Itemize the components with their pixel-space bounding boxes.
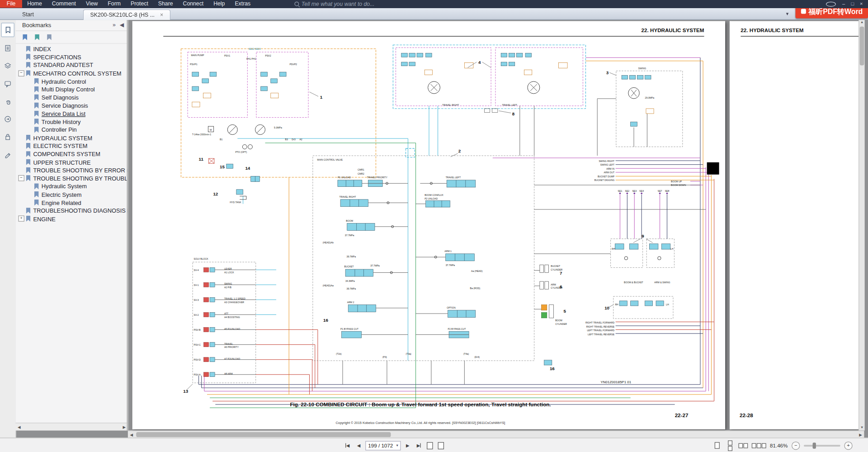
bookmark-item[interactable]: Service Diagnosis xyxy=(15,101,128,109)
bookmark-item[interactable]: Hydraulic System xyxy=(15,182,128,190)
expander-icon[interactable]: + xyxy=(18,216,24,222)
maximize-button[interactable]: □ xyxy=(848,0,857,8)
bookmarks-more-icon[interactable]: » xyxy=(113,19,116,30)
bookmark-item[interactable]: UPPER STRUCTURE xyxy=(15,158,128,166)
layers-panel-icon[interactable] xyxy=(2,59,14,72)
bookmark-item[interactable]: INDEX xyxy=(15,45,128,53)
bookmark-item[interactable]: +ENGINE xyxy=(15,214,128,223)
document-area[interactable]: MAIN PUMP PSVP1 PSV1 SE22 SE23 PH1 PH2 P… xyxy=(128,19,859,431)
scroll-down-icon[interactable]: ▼ xyxy=(859,424,864,430)
bookmark-item[interactable]: STANDARD ANDTEST xyxy=(15,61,128,69)
menu-help[interactable]: Help xyxy=(208,0,230,8)
page2-header-rule xyxy=(741,36,859,37)
scroll-right-icon[interactable]: ▶ xyxy=(857,431,864,438)
menu-extras[interactable]: Extras xyxy=(230,0,255,8)
bookmark-item[interactable]: Electric System xyxy=(15,190,128,199)
bookmark-expand-tool-icon[interactable] xyxy=(19,32,31,42)
bookmark-item-selected[interactable]: Service Data List xyxy=(15,109,128,118)
expander-icon[interactable]: − xyxy=(18,175,24,181)
continuous-view-icon[interactable] xyxy=(726,441,735,450)
menu-connect[interactable]: Connect xyxy=(178,0,209,8)
bookmark-item[interactable]: Self Diagnosis xyxy=(15,93,128,101)
bookmark-item[interactable]: Engine Related xyxy=(15,199,128,207)
zoom-out-button[interactable]: − xyxy=(792,441,800,449)
close-button[interactable]: × xyxy=(857,0,866,8)
horizontal-scroll-thumb[interactable] xyxy=(136,432,391,437)
bookmark-item[interactable]: Controller Pin xyxy=(15,126,128,134)
bookmarks-collapse-icon[interactable]: ◀ xyxy=(120,19,124,30)
diagram-label: SE7 xyxy=(658,190,662,192)
attachments-panel-icon[interactable] xyxy=(2,95,14,108)
panel-splitter[interactable] xyxy=(127,19,127,431)
menu-view[interactable]: View xyxy=(81,0,103,8)
next-view-button[interactable] xyxy=(436,441,445,450)
zoom-slider[interactable] xyxy=(804,445,840,447)
theme-icon[interactable] xyxy=(826,2,836,7)
bookmark-item[interactable]: COMPONENTS SYSTEM xyxy=(15,150,128,158)
vertical-scroll-thumb[interactable] xyxy=(860,27,864,66)
menu-comment[interactable]: Comment xyxy=(47,0,81,8)
solenoid-tag: SV-3 xyxy=(194,299,199,301)
bookmark-item[interactable]: Multi Display Control xyxy=(15,86,128,94)
diagram-label: MAIN PUMP xyxy=(191,54,204,57)
scroll-left-icon[interactable]: ◀ xyxy=(128,431,135,438)
expander-icon[interactable]: − xyxy=(18,70,24,76)
menu-home[interactable]: Home xyxy=(22,0,47,8)
bookmark-item[interactable]: Hydraulic Control xyxy=(15,77,128,86)
single-page-view-icon[interactable] xyxy=(713,441,722,450)
page1-number: 22-27 xyxy=(675,412,689,418)
continuous-facing-view-icon[interactable] xyxy=(752,441,766,450)
bookmark-item[interactable]: SPECIFICATIONS xyxy=(15,53,128,61)
pdf-page-1: MAIN PUMP PSVP1 PSV1 SE22 SE23 PH1 PH2 P… xyxy=(132,21,725,429)
bookmarks-header: Bookmarks » ◀ xyxy=(15,19,128,31)
tab-start[interactable]: Start xyxy=(15,10,40,19)
horizontal-scrollbar[interactable]: ◀ ▶ xyxy=(128,430,864,438)
facing-view-icon[interactable] xyxy=(738,441,748,450)
bookmark-item[interactable]: Trouble History xyxy=(15,118,128,126)
signature-panel-icon[interactable] xyxy=(2,148,14,161)
menu-share[interactable]: Share xyxy=(153,0,178,8)
bookmark-item[interactable]: TROUBLE SHOOTING BY ERROR CODI xyxy=(15,166,128,174)
menu-form[interactable]: Form xyxy=(103,0,126,8)
bookmark-item[interactable]: HYDRAULIC SYSTEM xyxy=(15,134,128,142)
vertical-scrollbar[interactable]: ▲ ▼ xyxy=(859,19,864,431)
bookmark-item[interactable]: −MECHATRO CONTROL SYSTEM xyxy=(15,69,128,77)
solenoid-label: LEVER xyxy=(224,267,232,270)
scroll-left-icon[interactable]: ◀ xyxy=(15,423,23,431)
destinations-panel-icon[interactable] xyxy=(2,113,14,126)
minimize-button[interactable]: – xyxy=(839,0,848,8)
page-number-input[interactable]: 199 / 1072▾ xyxy=(365,441,401,450)
solenoid-label: A8 ARM xyxy=(224,372,233,375)
zoom-in-button[interactable]: + xyxy=(844,441,852,449)
diagram-label: B1 xyxy=(220,138,222,141)
diagram-label: BOOM & BUCKET xyxy=(624,281,644,284)
file-menu[interactable]: File xyxy=(0,0,22,8)
first-page-button[interactable]: ◀ xyxy=(343,441,352,450)
zoom-slider-thumb[interactable] xyxy=(813,442,816,448)
previous-view-button[interactable] xyxy=(425,441,434,450)
bookmark-item[interactable]: ELECTRIC SYSTEM xyxy=(15,142,128,150)
bookmark-item[interactable]: −TROUBLE SHOOTING BY TROUBLE xyxy=(15,174,128,182)
bookmarks-hscrollbar[interactable]: ◀ ▶ xyxy=(15,423,128,430)
solenoid-tag: PSV-D xyxy=(194,358,201,361)
security-panel-icon[interactable] xyxy=(2,130,14,143)
comments-panel-icon[interactable] xyxy=(2,77,14,90)
last-page-button[interactable]: ▶ xyxy=(414,441,423,450)
pages-panel-icon[interactable] xyxy=(2,42,14,55)
assistant-search[interactable]: Tell me what you want to do... xyxy=(294,1,374,7)
tab-overflow-icon[interactable]: ▾ xyxy=(786,11,789,16)
prev-page-button[interactable]: ◀ xyxy=(354,441,363,450)
bookmark-locate-tool-icon[interactable] xyxy=(31,32,43,42)
tab-document[interactable]: SK200-SK210LC-8 (HS ...× xyxy=(83,10,170,20)
diagram-label: LEFT TRAVEL FORWARD xyxy=(587,329,614,332)
page-dropdown-icon[interactable]: ▾ xyxy=(396,443,398,448)
bookmarks-panel-icon[interactable] xyxy=(1,23,14,37)
bookmark-item[interactable]: TROUBLESHOOTING DIAGNOSIS MOD xyxy=(15,207,128,215)
next-page-button[interactable]: ▶ xyxy=(403,441,412,450)
tab-close-icon[interactable]: × xyxy=(160,12,163,18)
menu-protect[interactable]: Protect xyxy=(126,0,153,8)
scroll-up-icon[interactable]: ▲ xyxy=(859,19,864,25)
solenoid-tag: PSV-A xyxy=(194,373,201,376)
bookmark-options-tool-icon[interactable] xyxy=(43,32,56,42)
diagram-label: BOOM xyxy=(346,219,353,222)
